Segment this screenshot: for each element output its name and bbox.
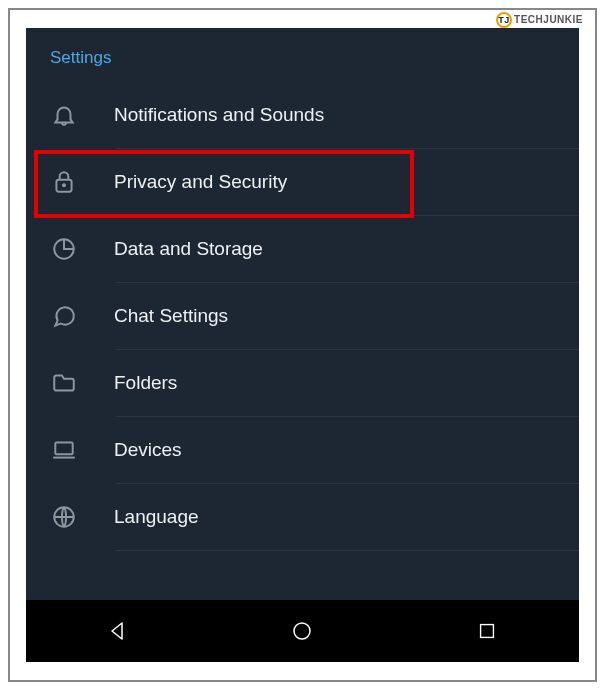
svg-point-5: [294, 623, 310, 639]
menu-item-chat[interactable]: Chat Settings: [26, 283, 579, 349]
folder-icon: [50, 369, 78, 397]
menu-item-folders[interactable]: Folders: [26, 350, 579, 416]
menu-item-privacy[interactable]: Privacy and Security: [26, 149, 579, 215]
menu-label: Devices: [114, 439, 182, 461]
home-button[interactable]: [288, 617, 316, 645]
watermark-logo: TJ: [496, 12, 512, 28]
menu-item-language[interactable]: Language: [26, 484, 579, 550]
menu-label: Chat Settings: [114, 305, 228, 327]
watermark-brand: TJTECHJUNKIE: [496, 12, 583, 28]
menu-item-notifications[interactable]: Notifications and Sounds: [26, 82, 579, 148]
svg-rect-6: [480, 625, 493, 638]
svg-rect-3: [55, 442, 72, 454]
divider: [116, 550, 579, 551]
menu-item-devices[interactable]: Devices: [26, 417, 579, 483]
pie-icon: [50, 235, 78, 263]
recents-button[interactable]: [473, 617, 501, 645]
back-button[interactable]: [104, 617, 132, 645]
menu-label: Notifications and Sounds: [114, 104, 324, 126]
menu-label: Data and Storage: [114, 238, 263, 260]
menu-item-data[interactable]: Data and Storage: [26, 216, 579, 282]
settings-screen: Settings Notifications and Sounds Privac…: [26, 28, 579, 662]
menu-label: Language: [114, 506, 199, 528]
settings-header: Settings: [26, 28, 579, 82]
chat-icon: [50, 302, 78, 330]
lock-icon: [50, 168, 78, 196]
settings-menu: Notifications and Sounds Privacy and Sec…: [26, 82, 579, 551]
android-navbar: [26, 600, 579, 662]
menu-label: Folders: [114, 372, 177, 394]
svg-point-1: [63, 184, 65, 186]
bell-icon: [50, 101, 78, 129]
globe-icon: [50, 503, 78, 531]
laptop-icon: [50, 436, 78, 464]
menu-label: Privacy and Security: [114, 171, 287, 193]
frame: TJTECHJUNKIE www.deuaq.com Settings Noti…: [8, 8, 597, 682]
